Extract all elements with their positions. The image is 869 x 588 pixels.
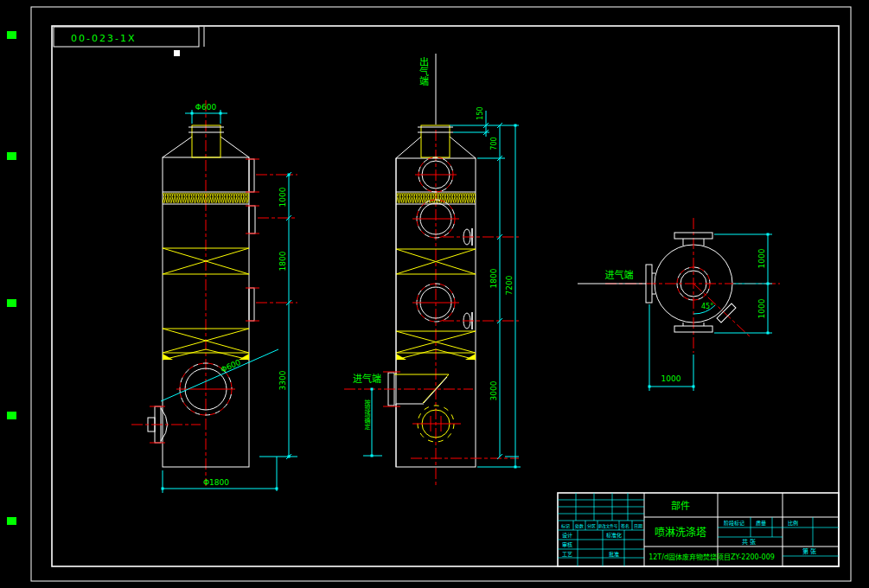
side-nozzle-left — [131, 406, 201, 443]
svg-text:标准化: 标准化 — [606, 532, 622, 539]
project-name: 12T/d固体废弃物焚烧项目ZY-2200-009 — [649, 553, 775, 561]
cad-canvas[interactable]: 00-023-1X Φ600 — [0, 0, 869, 588]
svg-text:比例: 比例 — [788, 520, 798, 527]
demister-pad — [396, 192, 476, 204]
sheet-total: 共 张 — [742, 538, 756, 546]
svg-text:更改文件号: 更改文件号 — [598, 523, 618, 529]
svg-text:标记: 标记 — [561, 523, 570, 529]
dim-base-diameter: Φ1800 — [162, 470, 278, 493]
frame-mark — [174, 50, 180, 56]
manhole: Φ600 — [161, 349, 278, 415]
svg-text:1000: 1000 — [661, 374, 681, 383]
inlet-label: 进气端 — [353, 373, 381, 385]
dim-chain-right: 150 700 1800 3000 7200 — [450, 106, 521, 468]
svg-text:分区: 分区 — [587, 523, 596, 529]
title-block: 标记 处数 分区 更改文件号 签名 日期 设计 标准化 审核 工艺 批准 部件 … — [558, 493, 839, 566]
zone-marker — [7, 412, 16, 419]
zone-marker — [7, 517, 16, 525]
dim-right: 1000 1000 — [714, 233, 772, 335]
svg-text:1800: 1800 — [278, 251, 287, 271]
drawing-sheet: 00-023-1X Φ600 — [0, 0, 869, 588]
svg-text:质量: 质量 — [756, 520, 766, 527]
zone-marker — [7, 299, 16, 307]
svg-text:3000: 3000 — [489, 380, 498, 400]
svg-text:阶段标记: 阶段标记 — [724, 520, 744, 527]
dim-chain-right: 1000 1800 3300 — [259, 172, 297, 491]
zone-marker — [7, 31, 16, 39]
front-view-left-tower: Φ600 Φ600 — [131, 100, 297, 493]
revision-grid: 标记 处数 分区 更改文件号 签名 日期 设计 标准化 审核 工艺 批准 — [558, 493, 644, 566]
spray-nozzle-1 — [443, 228, 519, 246]
svg-text:签名: 签名 — [621, 523, 629, 529]
drawing-frame: 00-023-1X — [7, 7, 851, 581]
svg-text:批准: 批准 — [609, 551, 619, 558]
svg-text:1800: 1800 — [489, 268, 498, 288]
svg-text:3300: 3300 — [278, 370, 287, 390]
side-nozzles-right — [246, 159, 297, 321]
zone-marker — [7, 152, 16, 160]
svg-text:日期: 日期 — [634, 523, 642, 529]
svg-text:1000: 1000 — [757, 298, 766, 318]
inlet-label: 进气端 — [605, 269, 634, 281]
front-view-center-tower: 出气端 — [344, 54, 521, 488]
diagonal-nozzle: 45° — [693, 284, 751, 338]
dim-bottom: 1000 — [649, 304, 695, 391]
angle-label: 45° — [701, 303, 713, 310]
site-note: 按现场确定 — [363, 399, 371, 431]
type-label: 部件 — [671, 500, 690, 512]
svg-text:设计: 设计 — [562, 532, 572, 539]
svg-text:处数: 处数 — [575, 523, 584, 529]
doc-number: 00-023-1X — [71, 33, 136, 44]
drain-flange — [412, 406, 461, 442]
svg-text:工艺: 工艺 — [562, 551, 572, 557]
part-name: 喷淋洗涤塔 — [655, 527, 706, 539]
svg-text:1000: 1000 — [757, 248, 766, 268]
flange-inlet-left: 进气端 — [578, 265, 655, 303]
outlet-label: 出气端 — [418, 56, 430, 86]
right-info-grid: 阶段标记 质量 比例 共 张 第 张 — [718, 517, 839, 556]
svg-text:Φ600: Φ600 — [195, 103, 217, 112]
dim-inlet-height: 按现场确定 — [363, 388, 382, 457]
svg-text:1000: 1000 — [278, 187, 287, 207]
svg-text:Φ1800: Φ1800 — [203, 478, 229, 487]
svg-text:700: 700 — [490, 137, 498, 150]
demister-pad — [163, 192, 249, 204]
dim-manhole: Φ600 — [220, 358, 242, 374]
svg-text:7200: 7200 — [505, 275, 514, 295]
svg-text:150: 150 — [476, 106, 484, 119]
top-view: 进气端 45° 1000 1000 1000 — [578, 218, 780, 391]
leader-line — [161, 349, 278, 401]
sheet-no: 第 张 — [802, 547, 816, 555]
svg-text:审核: 审核 — [562, 541, 572, 548]
spray-nozzle-2 — [443, 312, 519, 329]
